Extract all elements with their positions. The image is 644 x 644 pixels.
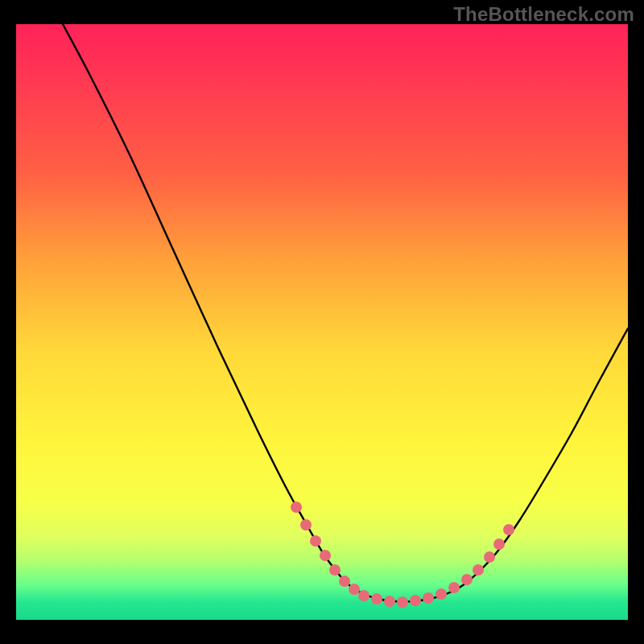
data-dot (503, 524, 514, 535)
data-dot (423, 592, 434, 604)
data-dots (291, 502, 514, 608)
plot-area (16, 24, 628, 620)
curve-svg (16, 24, 628, 620)
data-dot (320, 550, 331, 561)
watermark-text: TheBottleneck.com (453, 3, 634, 26)
data-dot (291, 502, 302, 513)
data-dot (371, 593, 382, 605)
data-dot (310, 535, 321, 547)
data-dot (473, 564, 484, 576)
data-dot (300, 519, 312, 530)
data-dot (484, 551, 495, 563)
data-dot (349, 584, 360, 595)
bottleneck-curve (63, 24, 628, 601)
data-dot (339, 576, 350, 587)
data-dot (397, 597, 408, 608)
data-dot (448, 582, 460, 593)
data-dot (461, 574, 473, 585)
data-dot (329, 564, 341, 576)
data-dot (358, 590, 369, 601)
chart-frame: TheBottleneck.com (0, 0, 644, 644)
data-dot (410, 595, 421, 606)
data-dot (384, 596, 395, 607)
data-dot (493, 539, 505, 550)
data-dot (436, 588, 447, 600)
